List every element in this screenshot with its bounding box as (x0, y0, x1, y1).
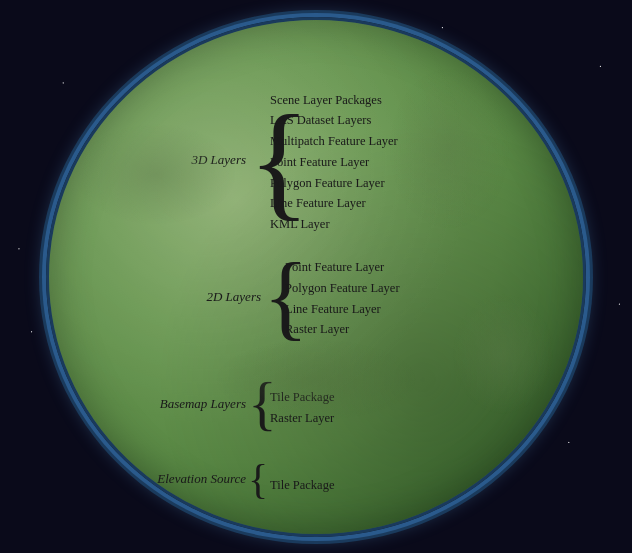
items-3d: Scene Layer Packages LAS Dataset Layers … (270, 87, 398, 234)
item-3d-2: Multipatch Feature Layer (270, 132, 398, 151)
section-elevation-inner: Elevation Source { Tile Package (146, 457, 334, 502)
section-3d: 3D Layers { Scene Layer Packages LAS Dat… (156, 87, 398, 234)
brace-basemap-icon: { (248, 379, 277, 428)
label-basemap: Basemap Layers (160, 396, 246, 412)
item-2d-1: Polygon Feature Layer (285, 279, 400, 298)
brace-2d-container: { (261, 247, 285, 347)
item-basemap-1: Raster Layer (270, 409, 334, 428)
item-2d-3: Raster Layer (285, 320, 400, 339)
brace-3d-icon: { (248, 107, 310, 214)
label-2d: 2D Layers (206, 289, 261, 305)
item-3d-3: Point Feature Layer (270, 153, 398, 172)
item-3d-1: LAS Dataset Layers (270, 111, 398, 130)
section-basemap-inner: Basemap Layers { Tile Package Raster Lay… (146, 372, 334, 437)
item-2d-0: Point Feature Layer (285, 258, 400, 277)
globe: 3D Layers { Scene Layer Packages LAS Dat… (46, 17, 586, 537)
brace-3d-container: { (246, 90, 270, 230)
section-2d-inner: 2D Layers { Point Feature Layer Polygon … (171, 247, 400, 347)
item-basemap-0: Tile Package (270, 388, 334, 407)
label-3d: 3D Layers (191, 152, 246, 168)
brace-2d-icon: { (263, 258, 309, 336)
section-2d: 2D Layers { Point Feature Layer Polygon … (171, 247, 400, 347)
label-elevation-col: Elevation Source (146, 457, 246, 502)
globe-container: 3D Layers { Scene Layer Packages LAS Dat… (31, 12, 601, 542)
section-basemap: Basemap Layers { Tile Package Raster Lay… (146, 372, 334, 437)
items-elevation: Tile Package (270, 464, 334, 495)
item-elevation-0: Tile Package (270, 476, 334, 495)
brace-elevation-icon: { (248, 462, 268, 496)
item-3d-0: Scene Layer Packages (270, 91, 398, 110)
items-2d: Point Feature Layer Polygon Feature Laye… (285, 254, 400, 339)
section-elevation: Elevation Source { Tile Package (146, 457, 334, 502)
label-basemap-col: Basemap Layers (146, 372, 246, 437)
item-3d-5: Line Feature Layer (270, 194, 398, 213)
item-3d-6: KML Layer (270, 215, 398, 234)
label-3d-col: 3D Layers (156, 90, 246, 230)
globe-content: 3D Layers { Scene Layer Packages LAS Dat… (49, 20, 583, 534)
brace-basemap-container: { (246, 372, 270, 437)
diagram: 3D Layers { Scene Layer Packages LAS Dat… (76, 27, 556, 527)
label-2d-col: 2D Layers (171, 247, 261, 347)
item-2d-2: Line Feature Layer (285, 300, 400, 319)
items-basemap: Tile Package Raster Layer (270, 380, 334, 428)
label-elevation: Elevation Source (157, 471, 246, 487)
item-3d-4: Polygon Feature Layer (270, 174, 398, 193)
brace-elevation-container: { (246, 457, 270, 502)
section-3d-inner: 3D Layers { Scene Layer Packages LAS Dat… (156, 87, 398, 234)
